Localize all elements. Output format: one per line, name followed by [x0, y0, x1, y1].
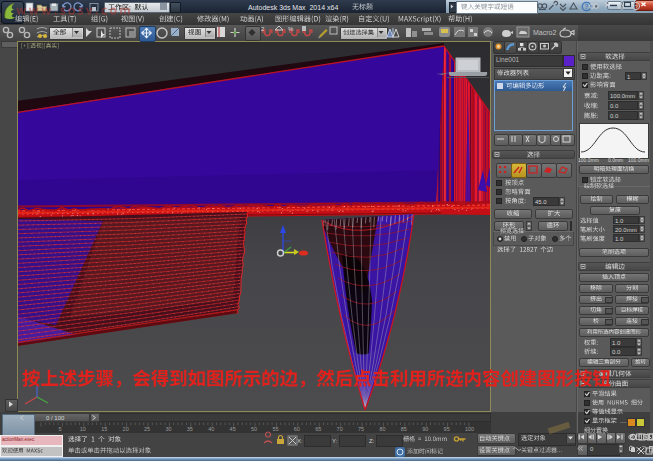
svg-text:%: % — [288, 26, 294, 32]
svg-text:?: ? — [585, 3, 589, 10]
